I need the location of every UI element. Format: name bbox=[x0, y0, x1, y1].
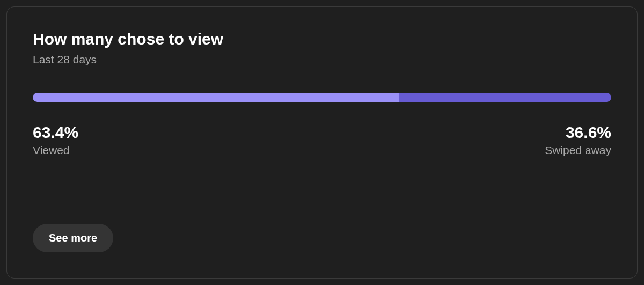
stacked-bar bbox=[33, 93, 611, 102]
stat-swiped-label: Swiped away bbox=[545, 144, 611, 157]
card-subtitle: Last 28 days bbox=[33, 53, 611, 66]
card-title: How many chose to view bbox=[33, 30, 611, 49]
stat-viewed-label: Viewed bbox=[33, 144, 78, 157]
stat-viewed: 63.4% Viewed bbox=[33, 122, 78, 157]
stat-swiped-value: 36.6% bbox=[545, 122, 611, 143]
stats-row: 63.4% Viewed 36.6% Swiped away bbox=[33, 122, 611, 157]
bar-segment-viewed bbox=[33, 93, 399, 102]
stat-swiped-away: 36.6% Swiped away bbox=[545, 122, 611, 157]
bar-segment-swiped-away bbox=[399, 93, 611, 102]
view-engagement-card: How many chose to view Last 28 days 63.4… bbox=[6, 6, 638, 279]
see-more-button[interactable]: See more bbox=[33, 224, 113, 252]
stat-viewed-value: 63.4% bbox=[33, 122, 78, 143]
